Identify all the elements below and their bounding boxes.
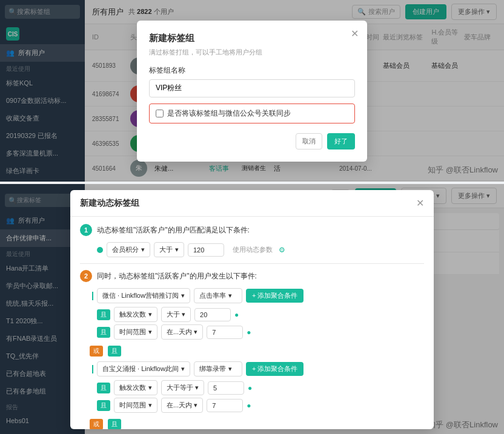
or-label1: 或 (90, 346, 103, 357)
dynamic-modal-close[interactable]: ✕ (416, 197, 424, 209)
section1-num: 1 (80, 224, 92, 236)
g2-cond2: 且 时间范围 ▾ 在...天内 ▾ ● (90, 398, 424, 413)
or-divider1: 或 且 (80, 346, 424, 357)
section2-header: 2 同时，动态标签组"活跃客户"的用户发生以下事件: (80, 270, 424, 282)
dynamic-modal-title: 新建动态标签组 (80, 198, 139, 209)
g1-field2[interactable]: 时间范围 ▾ (114, 324, 158, 340)
field-select-score[interactable]: 会员积分 ▾ (107, 242, 150, 257)
modal-cancel-button[interactable]: 取消 (296, 133, 322, 150)
create-tag-modal: ✕ 新建标签组 满过标签打组，可以手工地将用户分组 标签组名称 是否将该标签组与… (137, 21, 367, 162)
or-divider2: 或 且 (80, 419, 424, 429)
g2-op1[interactable]: 大于等于 ▾ (161, 380, 204, 395)
event-group2: 自宝义涌报 · Linkflow此间 ▾ 绑靠录带 ▾ + 添加聚合条件 且 触… (80, 361, 424, 413)
g1-op2[interactable]: 在...天内 ▾ (161, 324, 203, 340)
dynamic-segment-modal: 新建动态标签组 ✕ 1 动态标签组"活跃客户"的用户匹配满足以下条件: 会员积分… (70, 190, 434, 429)
modal-footer: 取消 好了 (149, 133, 355, 150)
modal-confirm-button[interactable]: 好了 (327, 133, 355, 150)
score-hint: 使用动态参数 (233, 245, 273, 254)
and-label2: 且 (97, 383, 110, 393)
g1-dot2: ● (247, 328, 251, 337)
g2-val2[interactable] (207, 399, 243, 412)
g1-op1[interactable]: 大于 ▾ (161, 307, 191, 322)
operator-select-score[interactable]: 大于 ▾ (154, 242, 184, 257)
g2-op2[interactable]: 在...天内 ▾ (161, 398, 203, 413)
g1-field1[interactable]: 触发次数 ▾ (114, 307, 158, 322)
action-select1[interactable]: 点击率率 ▾ (194, 288, 242, 303)
bottom-section: 🔍 搜索标签 👥 所有用户 合作优律申请... 最近使用 Hana开工清单 学员… (0, 184, 504, 434)
modal-overlay-top: ✕ 新建标签组 满过标签打组，可以手工地将用户分组 标签组名称 是否将该标签组与… (0, 0, 504, 182)
score-hint-icon: ⚙ (279, 246, 285, 254)
value-input-score[interactable] (188, 243, 224, 257)
section2-desc: 同时，动态标签组"活跃客户"的用户发生以下事件: (97, 271, 257, 281)
g1-cond2: 且 时间范围 ▾ 在...天内 ▾ ● (90, 324, 424, 340)
g1-dot1: ● (234, 311, 239, 319)
event-group2-header: 自宝义涌报 · Linkflow此间 ▾ 绑靠录带 ▾ + 添加聚合条件 (90, 361, 424, 376)
action-select2[interactable]: 绑靠录带 ▾ (194, 361, 242, 376)
section2-num: 2 (80, 270, 92, 282)
add-condition-btn2[interactable]: + 添加聚合条件 (246, 362, 303, 376)
timeline-bar1 (92, 292, 93, 300)
g1-val1[interactable] (194, 308, 231, 321)
condition1-row: 会员积分 ▾ 大于 ▾ 使用动态参数 ⚙ (80, 242, 424, 257)
g2-dot1: ● (248, 384, 252, 392)
timeline-dot1 (97, 247, 103, 253)
source-select2[interactable]: 自宝义涌报 · Linkflow此间 ▾ (97, 361, 190, 376)
g2-dot2: ● (247, 401, 251, 410)
top-section: 🔍 搜索标签组 CIS 👥 所有用户 最近使用 标签KQL 0907金数据活动标… (0, 0, 504, 182)
and-label1b: 且 (97, 327, 110, 338)
sync-checkbox-row[interactable]: 是否将该标签组与微信公众号关联同步 (149, 104, 355, 123)
modal-large-body: 1 动态标签组"活跃客户"的用户匹配满足以下条件: 会员积分 ▾ 大于 ▾ (70, 217, 434, 429)
g2-cond1: 且 触发次数 ▾ 大于等于 ▾ ● (90, 380, 424, 395)
modal-title: 新建标签组 (149, 33, 355, 44)
modal-desc: 满过标签打组，可以手工地将用户分组 (149, 48, 355, 57)
event-group1-header: 微信 · Linkflow营销推订阅 ▾ 点击率率 ▾ + 添加聚合条件 (90, 288, 424, 303)
event-group1: 微信 · Linkflow营销推订阅 ▾ 点击率率 ▾ + 添加聚合条件 且 触… (80, 288, 424, 340)
g2-val1[interactable] (208, 381, 244, 395)
or-label2: 或 (90, 419, 103, 429)
and-label-or: 且 (108, 346, 121, 357)
section-divider (80, 263, 424, 264)
add-condition-btn1[interactable]: + 添加聚合条件 (246, 289, 303, 303)
sync-label: 是否将该标签组与微信公众号关联同步 (167, 108, 291, 119)
modal-label: 标签组名称 (149, 65, 355, 76)
g2-field1[interactable]: 触发次数 ▾ (114, 380, 158, 395)
timeline-bar2 (92, 365, 93, 373)
g2-field2[interactable]: 时间范围 ▾ (114, 398, 158, 413)
section1-header: 1 动态标签组"活跃客户"的用户匹配满足以下条件: (80, 224, 424, 236)
g1-cond1: 且 触发次数 ▾ 大于 ▾ ● (90, 307, 424, 322)
and-label-or2: 且 (108, 419, 121, 429)
and-label1: 且 (97, 309, 110, 320)
and-label2b: 且 (97, 400, 110, 411)
modal-large-header: 新建动态标签组 ✕ (70, 190, 434, 217)
tag-name-input[interactable] (149, 79, 355, 97)
section1-desc: 动态标签组"活跃客户"的用户匹配满足以下条件: (97, 225, 250, 235)
modal-close-button[interactable]: ✕ (351, 28, 359, 39)
g1-val2[interactable] (207, 326, 243, 339)
source-select1[interactable]: 微信 · Linkflow营销推订阅 ▾ (97, 288, 190, 303)
sync-checkbox[interactable] (156, 110, 164, 117)
modal-overlay-bottom: 新建动态标签组 ✕ 1 动态标签组"活跃客户"的用户匹配满足以下条件: 会员积分… (0, 184, 504, 434)
